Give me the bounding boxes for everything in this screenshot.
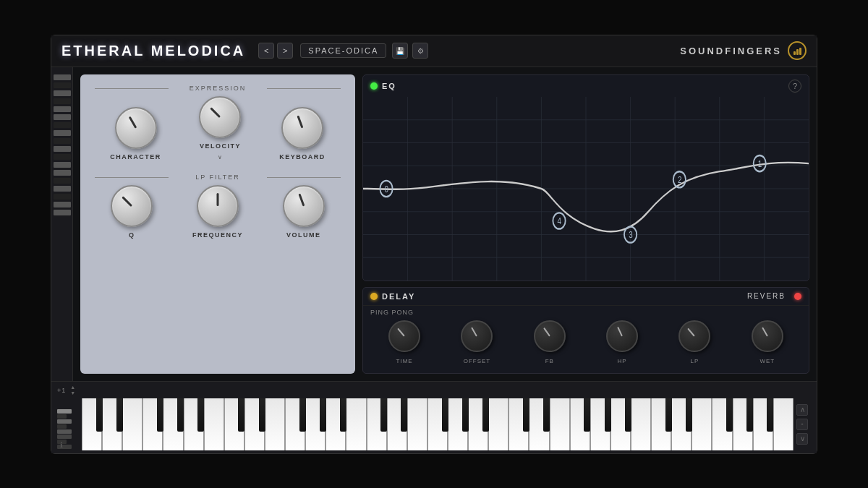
piano-white-key[interactable]	[122, 398, 142, 450]
piano-controls: +1 ▲ ▼	[57, 385, 811, 396]
delay-wet-knob[interactable]	[752, 320, 783, 352]
piano-white-key[interactable]	[407, 398, 427, 450]
strip-key	[54, 186, 71, 192]
settings-icon[interactable]: ⚙	[412, 43, 428, 59]
piano-black-key[interactable]	[320, 398, 326, 432]
filter-knobs-row: Q FREQUENCY VOLUME	[95, 185, 341, 239]
piano-white-key[interactable]	[773, 398, 793, 450]
piano-keys[interactable]	[82, 398, 793, 450]
delay-fb-label: FB	[545, 358, 554, 364]
piano-black-key[interactable]	[401, 398, 407, 432]
reverb-status-dot[interactable]	[794, 293, 801, 300]
right-panel: EQ ?	[362, 67, 817, 381]
delay-wet-indicator	[762, 327, 768, 336]
svg-text:0: 0	[385, 184, 388, 193]
piano-black-key[interactable]	[543, 398, 550, 432]
piano-black-key[interactable]	[625, 398, 631, 432]
delay-offset-knob[interactable]	[461, 320, 493, 352]
delay-panel: DELAY REVERB PING PONG TIME	[362, 287, 809, 374]
info-icon[interactable]: ℹ	[60, 441, 63, 449]
piano-black-key[interactable]	[523, 398, 529, 432]
eq-panel: EQ ?	[362, 74, 809, 281]
q-knob-group: Q	[111, 185, 153, 239]
piano-black-key[interactable]	[442, 398, 448, 432]
delay-fb-knob[interactable]	[534, 320, 566, 352]
piano-black-key[interactable]	[96, 398, 103, 432]
keyboard-strip	[51, 67, 73, 381]
octave-down-arrow[interactable]: ▼	[70, 390, 75, 395]
mini-key	[57, 445, 72, 449]
svg-rect-2	[799, 48, 801, 55]
q-knob-indicator	[122, 196, 133, 207]
strip-key	[54, 162, 71, 168]
eq-status-dot[interactable]	[370, 82, 378, 90]
piano-black-key[interactable]	[157, 398, 163, 432]
piano-black-key[interactable]	[299, 398, 306, 432]
piano-black-key[interactable]	[726, 398, 733, 432]
piano-black-key[interactable]	[482, 398, 489, 432]
piano-white-key[interactable]	[204, 398, 224, 450]
strip-key	[54, 82, 71, 88]
strip-key	[54, 170, 71, 176]
svg-rect-1	[796, 49, 799, 55]
ping-pong-label: PING PONG	[363, 306, 809, 317]
nav-next-button[interactable]: >	[277, 43, 293, 59]
piano-black-key[interactable]	[665, 398, 672, 432]
delay-wet-label: WET	[760, 358, 775, 364]
scroll-up-button[interactable]: ∧	[796, 404, 808, 416]
octave-arrows: ▲ ▼	[70, 385, 75, 395]
piano-black-key[interactable]	[380, 398, 387, 432]
mini-key	[57, 435, 72, 439]
piano-black-key[interactable]	[686, 398, 692, 432]
eq-help-button[interactable]: ?	[788, 80, 801, 93]
scroll-mid-button[interactable]: ◦	[796, 419, 808, 430]
piano-black-key[interactable]	[584, 398, 590, 432]
piano-black-key[interactable]	[767, 398, 773, 432]
delay-offset-label: OFFSET	[464, 358, 491, 364]
q-knob[interactable]	[111, 185, 153, 227]
strip-key	[54, 114, 71, 120]
piano-black-key[interactable]	[197, 398, 204, 432]
delay-lp-indicator	[688, 328, 696, 336]
piano-black-key[interactable]	[177, 398, 184, 432]
mini-key	[57, 424, 67, 429]
piano-white-key[interactable]	[265, 398, 285, 450]
volume-knob[interactable]	[283, 185, 325, 227]
delay-status-dot[interactable]	[370, 293, 378, 300]
piano-white-key[interactable]	[488, 398, 509, 450]
keyboard-knob-indicator	[297, 115, 303, 128]
plugin-title: ETHERAL MELODICA	[61, 43, 245, 59]
strip-key	[54, 154, 71, 160]
eq-title: EQ	[382, 82, 784, 90]
character-knob[interactable]	[115, 107, 157, 149]
piano-black-key[interactable]	[238, 398, 244, 432]
piano-black-key[interactable]	[462, 398, 469, 432]
piano-black-key[interactable]	[746, 398, 753, 432]
footer-info: ℹ	[60, 441, 63, 449]
delay-lp-knob[interactable]	[678, 320, 710, 352]
piano-black-key[interactable]	[605, 398, 611, 432]
piano-white-key[interactable]	[692, 398, 712, 450]
strip-key	[54, 90, 71, 96]
frequency-knob[interactable]	[197, 185, 239, 227]
octave-up-arrow[interactable]: ▲	[70, 385, 75, 390]
piano-white-key[interactable]	[631, 398, 651, 450]
piano-black-key[interactable]	[259, 398, 265, 432]
scroll-down-button[interactable]: ∨	[796, 433, 808, 445]
nav-prev-button[interactable]: <	[258, 43, 274, 59]
piano-black-key[interactable]	[116, 398, 123, 432]
delay-fb-group: FB	[534, 320, 566, 364]
delay-hp-label: HP	[618, 358, 627, 364]
keyboard-knob[interactable]	[281, 107, 323, 149]
velocity-knob[interactable]	[199, 96, 241, 138]
delay-knobs: TIME OFFSET FB	[363, 317, 809, 367]
delay-time-knob[interactable]	[388, 320, 420, 352]
mini-key	[57, 419, 72, 424]
delay-hp-knob[interactable]	[606, 320, 638, 352]
save-icon[interactable]: 💾	[392, 43, 408, 59]
eq-graph[interactable]: 0 4 2 3 1	[363, 97, 809, 281]
mini-key	[57, 409, 72, 414]
piano-white-key[interactable]	[346, 398, 366, 450]
piano-white-key[interactable]	[550, 398, 570, 450]
piano-black-key[interactable]	[340, 398, 346, 432]
